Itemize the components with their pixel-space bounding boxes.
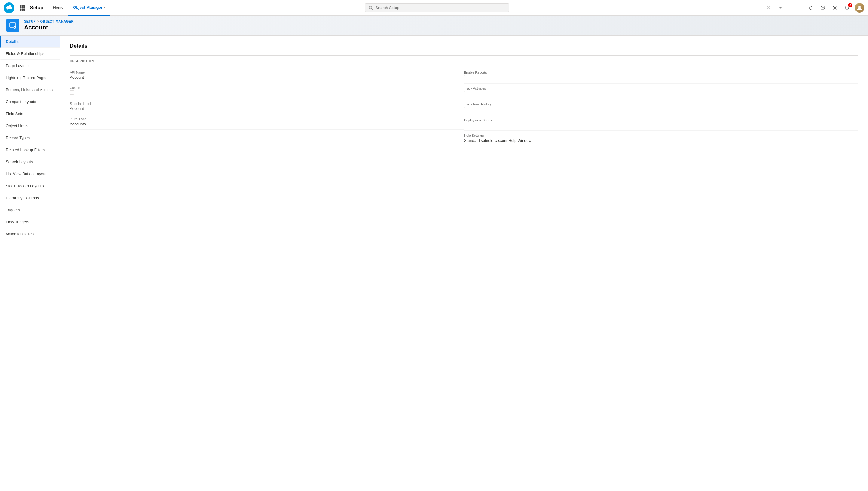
breadcrumb-setup[interactable]: SETUP (24, 20, 36, 23)
svg-rect-7 (22, 9, 23, 10)
sidebar: Details Fields & Relationships Page Layo… (0, 36, 60, 491)
chevron-down-icon: ▾ (104, 6, 105, 9)
nav-divider (789, 4, 790, 11)
details-grid: API Name Account Custom Singular Label A… (70, 67, 858, 146)
field-help-settings: Help Settings Standard salesforce.com He… (464, 131, 858, 146)
notification-icon[interactable] (807, 4, 815, 12)
sidebar-item-triggers[interactable]: Triggers (0, 204, 60, 216)
svg-line-10 (372, 8, 373, 10)
nav-tab-object-manager[interactable]: Object Manager ▾ (68, 0, 110, 16)
add-icon[interactable] (795, 4, 803, 12)
details-right-column: Enable Reports Track Activities Track Fi… (464, 67, 858, 146)
svg-marker-13 (779, 7, 782, 9)
details-left-column: API Name Account Custom Singular Label A… (70, 67, 464, 146)
search-wrapper (112, 3, 762, 12)
section-title: Details (70, 43, 858, 49)
field-track-field-history: Track Field History (464, 99, 858, 115)
object-icon (6, 19, 19, 32)
track-field-history-checkbox (464, 107, 468, 111)
sidebar-item-flow-triggers[interactable]: Flow Triggers (0, 216, 60, 228)
svg-rect-8 (24, 9, 25, 10)
svg-rect-2 (24, 5, 25, 7)
sidebar-item-list-view-button-layout[interactable]: List View Button Layout (0, 168, 60, 180)
description-label: Description (70, 59, 858, 63)
main-content: Details Fields & Relationships Page Layo… (0, 36, 868, 491)
field-api-name: API Name Account (70, 67, 464, 83)
field-enable-reports: Enable Reports (464, 67, 858, 84)
salesforce-logo[interactable] (4, 2, 15, 13)
sidebar-item-fields-relationships[interactable]: Fields & Relationships (0, 48, 60, 60)
section-divider (70, 55, 858, 56)
alerts-icon[interactable]: 3 (843, 4, 851, 12)
sidebar-item-page-layouts[interactable]: Page Layouts (0, 60, 60, 72)
svg-rect-6 (20, 9, 21, 10)
close-icon[interactable] (764, 4, 773, 12)
sidebar-item-record-types[interactable]: Record Types (0, 132, 60, 144)
search-input[interactable] (375, 5, 505, 10)
sidebar-item-compact-layouts[interactable]: Compact Layouts (0, 96, 60, 108)
breadcrumb-area: SETUP > OBJECT MANAGER Account (24, 20, 74, 31)
settings-icon[interactable] (831, 4, 839, 12)
sidebar-item-slack-record-layouts[interactable]: Slack Record Layouts (0, 180, 60, 192)
dropdown-icon[interactable] (776, 4, 785, 12)
page-header: SETUP > OBJECT MANAGER Account (0, 16, 868, 36)
nav-tabs: Home Object Manager ▾ (48, 0, 110, 15)
custom-checkbox (70, 90, 74, 95)
sidebar-item-details[interactable]: Details (0, 36, 60, 48)
sidebar-item-validation-rules[interactable]: Validation Rules (0, 228, 60, 240)
app-launcher-icon[interactable] (18, 4, 26, 12)
sidebar-item-lightning-record-pages[interactable]: Lightning Record Pages (0, 72, 60, 84)
page-title: Account (24, 24, 74, 31)
search-icon (369, 6, 373, 10)
sidebar-item-buttons-links-actions[interactable]: Buttons, Links, and Actions (0, 84, 60, 96)
svg-rect-4 (22, 7, 23, 8)
track-activities-checkbox (464, 91, 468, 95)
avatar[interactable] (855, 3, 864, 12)
svg-rect-5 (24, 7, 25, 8)
breadcrumb: SETUP > OBJECT MANAGER (24, 20, 74, 23)
svg-rect-1 (22, 5, 23, 7)
search-bar[interactable] (365, 3, 509, 12)
field-custom: Custom (70, 83, 464, 99)
svg-rect-3 (20, 7, 21, 8)
enable-reports-checkbox (464, 75, 468, 79)
field-singular-label: Singular Label Account (70, 99, 464, 114)
sidebar-item-field-sets[interactable]: Field Sets (0, 108, 60, 120)
sidebar-item-search-layouts[interactable]: Search Layouts (0, 156, 60, 168)
breadcrumb-separator: > (37, 20, 39, 23)
top-navigation: Setup Home Object Manager ▾ (0, 0, 868, 16)
field-deployment-status: Deployment Status (464, 115, 858, 131)
top-nav-actions: ? 3 (764, 3, 864, 12)
svg-rect-15 (797, 7, 801, 8)
svg-point-18 (834, 7, 836, 8)
svg-text:?: ? (822, 6, 824, 10)
svg-rect-0 (20, 5, 21, 7)
sidebar-item-related-lookup-filters[interactable]: Related Lookup Filters (0, 144, 60, 156)
app-name: Setup (30, 5, 43, 10)
help-icon[interactable]: ? (819, 4, 827, 12)
sidebar-item-hierarchy-columns[interactable]: Hierarchy Columns (0, 192, 60, 204)
content-panel: Details Description API Name Account Cus… (60, 36, 868, 491)
sidebar-item-object-limits[interactable]: Object Limits (0, 120, 60, 132)
field-track-activities: Track Activities (464, 84, 858, 99)
breadcrumb-object-manager[interactable]: OBJECT MANAGER (40, 20, 74, 23)
field-plural-label: Plural Label Accounts (70, 114, 464, 129)
nav-tab-home[interactable]: Home (48, 0, 68, 16)
svg-point-19 (858, 6, 861, 8)
notification-badge: 3 (848, 3, 852, 7)
